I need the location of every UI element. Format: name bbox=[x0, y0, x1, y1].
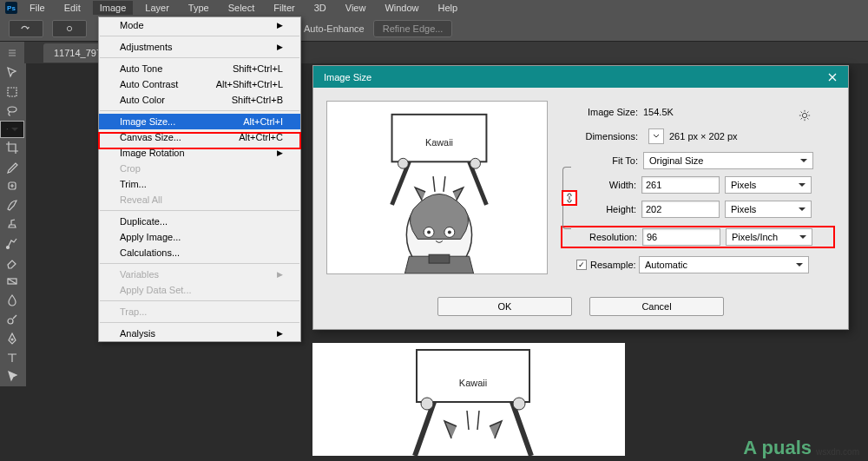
menu-edit[interactable]: Edit bbox=[57, 1, 88, 15]
ok-button[interactable]: OK bbox=[437, 297, 572, 316]
type-tool[interactable] bbox=[0, 348, 24, 367]
menu-item-adjustments[interactable]: Adjustments▶ bbox=[99, 39, 300, 55]
svg-point-28 bbox=[421, 398, 433, 410]
fit-to-select[interactable]: Original Size bbox=[643, 152, 813, 169]
menu-item-mode[interactable]: Mode▶ bbox=[99, 17, 300, 33]
move-tool[interactable] bbox=[0, 63, 24, 82]
ps-logo-icon: Ps bbox=[5, 2, 17, 14]
height-input[interactable] bbox=[641, 201, 720, 218]
auto-enhance-label: Auto-Enhance bbox=[304, 23, 365, 34]
dodge-tool[interactable] bbox=[0, 310, 24, 329]
menu-item-auto-tone[interactable]: Auto ToneShift+Ctrl+L bbox=[99, 61, 300, 76]
menu-item-label: Apply Data Set... bbox=[120, 285, 192, 295]
watermark-text: wsxdn.com bbox=[816, 447, 859, 457]
path-selection-tool[interactable] bbox=[0, 367, 24, 386]
menu-item-label: Image Rotation bbox=[120, 148, 185, 158]
constrain-proportions-toggle[interactable] bbox=[562, 190, 577, 206]
quick-selection-tool[interactable] bbox=[0, 121, 24, 138]
menu-item-image-rotation[interactable]: Image Rotation▶ bbox=[99, 145, 300, 161]
menu-item-trim[interactable]: Trim... bbox=[99, 176, 300, 192]
menu-item-apply-image[interactable]: Apply Image... bbox=[99, 229, 300, 245]
menu-view[interactable]: View bbox=[339, 1, 373, 15]
eraser-tool[interactable] bbox=[0, 253, 24, 272]
svg-point-0 bbox=[67, 26, 71, 30]
clone-stamp-tool[interactable] bbox=[0, 214, 24, 234]
svg-point-15 bbox=[470, 158, 481, 168]
document-canvas[interactable]: Kawaii bbox=[312, 343, 625, 456]
menu-3d[interactable]: 3D bbox=[307, 1, 333, 15]
menu-separator bbox=[100, 36, 299, 36]
menu-item-label: Duplicate... bbox=[120, 216, 168, 227]
svg-point-14 bbox=[398, 158, 408, 168]
width-input[interactable] bbox=[641, 176, 720, 194]
cancel-button[interactable]: Cancel bbox=[589, 297, 724, 316]
submenu-arrow-icon: ▶ bbox=[277, 148, 283, 157]
toolbox-collapse[interactable] bbox=[0, 42, 24, 63]
brush-preset-picker[interactable] bbox=[52, 20, 87, 37]
menu-item-variables: Variables▶ bbox=[99, 267, 300, 282]
resolution-input[interactable] bbox=[642, 228, 720, 246]
menu-type[interactable]: Type bbox=[181, 1, 216, 15]
menu-item-label: Mode bbox=[120, 20, 144, 30]
menu-item-auto-color[interactable]: Auto ColorShift+Ctrl+B bbox=[99, 92, 300, 108]
fit-to-label: Fit To: bbox=[561, 155, 643, 166]
menu-item-shortcut: Alt+Ctrl+I bbox=[243, 116, 283, 127]
submenu-arrow-icon: ▶ bbox=[277, 21, 283, 30]
menu-filter[interactable]: Filter bbox=[266, 1, 301, 15]
menu-item-crop: Crop bbox=[99, 161, 300, 176]
menu-item-trap: Trap... bbox=[99, 304, 300, 319]
menu-layer[interactable]: Layer bbox=[138, 1, 176, 15]
marquee-tool[interactable] bbox=[0, 82, 24, 102]
resolution-unit-select[interactable]: Pixels/Inch bbox=[726, 228, 812, 246]
gear-icon[interactable] bbox=[799, 109, 811, 122]
menu-item-label: Auto Tone bbox=[120, 63, 162, 74]
brush-tool[interactable] bbox=[0, 195, 24, 214]
menu-item-calculations[interactable]: Calculations... bbox=[99, 245, 300, 260]
width-unit-select[interactable]: Pixels bbox=[725, 176, 812, 194]
blur-tool[interactable] bbox=[0, 291, 24, 310]
menu-item-shortcut: Alt+Shift+Ctrl+L bbox=[216, 79, 283, 89]
height-label: Height: bbox=[578, 204, 641, 214]
menu-select[interactable]: Select bbox=[221, 1, 262, 15]
menu-item-canvas-size[interactable]: Canvas Size...Alt+Ctrl+C bbox=[99, 129, 300, 145]
menu-window[interactable]: Window bbox=[378, 1, 425, 15]
eyedropper-tool[interactable] bbox=[0, 157, 24, 176]
svg-rect-1 bbox=[8, 88, 16, 96]
svg-point-22 bbox=[802, 113, 806, 117]
pen-tool[interactable] bbox=[0, 329, 24, 348]
menu-separator bbox=[100, 57, 299, 58]
menu-item-shortcut: Shift+Ctrl+L bbox=[233, 63, 283, 74]
menu-item-label: Auto Contrast bbox=[120, 79, 178, 89]
submenu-arrow-icon: ▶ bbox=[277, 43, 283, 51]
dialog-title-bar[interactable]: Image Size bbox=[313, 66, 848, 88]
resample-select[interactable]: Automatic bbox=[639, 256, 809, 273]
refine-edge-button[interactable]: Refine Edge... bbox=[373, 20, 453, 37]
gradient-tool[interactable] bbox=[0, 272, 24, 291]
menu-help[interactable]: Help bbox=[431, 1, 465, 15]
menu-item-shortcut: Alt+Ctrl+C bbox=[239, 132, 283, 142]
healing-brush-tool[interactable] bbox=[0, 176, 24, 195]
image-size-label: Image Size: bbox=[561, 107, 643, 117]
history-brush-tool[interactable] bbox=[0, 234, 24, 253]
svg-point-20 bbox=[448, 231, 451, 234]
menu-file[interactable]: File bbox=[23, 1, 52, 15]
tool-preset-picker[interactable] bbox=[9, 20, 43, 37]
menu-image[interactable]: Image bbox=[93, 1, 134, 15]
menu-item-label: Calculations... bbox=[120, 247, 180, 258]
resample-checkbox[interactable]: ✓ bbox=[576, 260, 587, 270]
menu-item-image-size[interactable]: Image Size...Alt+Ctrl+I bbox=[99, 114, 300, 129]
close-icon[interactable] bbox=[824, 69, 841, 86]
menu-item-label: Canvas Size... bbox=[120, 132, 181, 142]
dimensions-unit-toggle[interactable] bbox=[648, 128, 664, 144]
crop-tool[interactable] bbox=[0, 138, 24, 157]
menu-item-analysis[interactable]: Analysis▶ bbox=[99, 326, 300, 341]
menu-item-auto-contrast[interactable]: Auto ContrastAlt+Shift+Ctrl+L bbox=[99, 76, 300, 92]
lasso-tool[interactable] bbox=[0, 102, 24, 121]
svg-point-29 bbox=[513, 398, 525, 410]
height-unit-select[interactable]: Pixels bbox=[725, 201, 812, 218]
preview-thumbnail: Kawaii bbox=[326, 101, 548, 274]
resample-label: Resample: bbox=[590, 260, 639, 270]
menu-item-reveal-all: Reveal All bbox=[99, 192, 300, 207]
menu-item-duplicate[interactable]: Duplicate... bbox=[99, 214, 300, 229]
menu-separator bbox=[100, 110, 299, 111]
